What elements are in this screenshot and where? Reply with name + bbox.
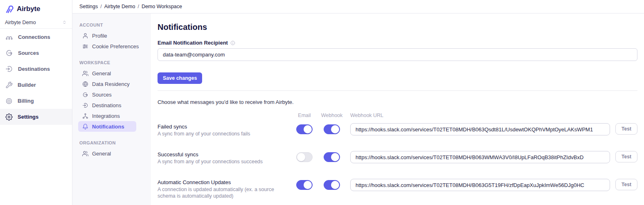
test-webhook-button[interactable]: Test <box>615 151 637 162</box>
share-nodes-icon <box>82 113 88 119</box>
breadcrumb-separator: / <box>137 4 139 9</box>
row-title: Successful syncs <box>158 151 291 158</box>
topbar: Settings / Airbyte Demo / Demo Workspace <box>72 0 644 14</box>
test-webhook-button[interactable]: Test <box>615 123 637 135</box>
settings-nav-label: Destinations <box>92 102 122 108</box>
wrench-icon <box>5 81 13 89</box>
email-toggle[interactable] <box>296 124 313 134</box>
sidebar-item-settings[interactable]: Settings <box>0 109 72 125</box>
settings-nav-item-sources[interactable]: Sources <box>78 89 136 100</box>
users-icon <box>82 151 88 157</box>
gear-icon <box>5 113 13 121</box>
source-icon <box>5 49 13 57</box>
row-description: A sync from any of your connections fail… <box>158 131 291 137</box>
webhook-url-input[interactable] <box>350 151 610 163</box>
settings-section-account: ACCOUNT <box>79 23 151 27</box>
settings-nav-item-data-residency[interactable]: Data Residency <box>78 79 136 89</box>
webhook-url-column-header: Webhook URL <box>346 113 615 118</box>
webhook-toggle[interactable] <box>324 152 340 162</box>
settings-nav-item-integrations[interactable]: Integrations <box>78 110 136 121</box>
settings-nav-item-destinations[interactable]: Destinations <box>78 100 136 110</box>
test-webhook-button[interactable]: Test <box>615 179 637 190</box>
settings-nav-label: Notifications <box>92 124 124 130</box>
billing-icon <box>5 97 13 105</box>
notifications-panel: Notifications Email Notification Recipie… <box>151 14 644 205</box>
sidebar-item-label: Connections <box>18 34 50 40</box>
email-recipient-label: Email Notification Recipient <box>158 40 228 46</box>
webhook-column-header: Webhook <box>318 113 346 118</box>
sidebar-item-billing[interactable]: Billing <box>0 93 72 109</box>
email-recipient-input[interactable] <box>158 48 637 61</box>
settings-nav-item-org-general[interactable]: General <box>78 148 136 159</box>
page-title: Notifications <box>158 23 637 32</box>
workspace-selector-label: Airbyte Demo <box>5 20 36 25</box>
sidebar-item-label: Sources <box>18 50 39 56</box>
connections-icon <box>5 33 13 41</box>
row-title: Automatic Connection Updates <box>158 179 291 186</box>
notification-row-automatic-connection-updates: Automatic Connection Updates A connectio… <box>158 179 637 199</box>
brand-logo[interactable]: Airbyte <box>0 0 72 16</box>
settings-nav-item-profile[interactable]: Profile <box>78 30 136 41</box>
brand-name: Airbyte <box>17 5 40 13</box>
main-nav: Connections Sources Destinations Builder… <box>0 29 72 125</box>
sidebar-item-connections[interactable]: Connections <box>0 29 72 45</box>
breadcrumb-settings[interactable]: Settings <box>79 4 98 9</box>
settings-nav-label: Integrations <box>92 113 120 119</box>
main-sidebar: Airbyte Airbyte Demo Connections Sources… <box>0 0 72 205</box>
destination-icon <box>82 102 88 108</box>
settings-nav-label: Data Residency <box>92 81 130 87</box>
settings-nav-label: Profile <box>92 33 107 39</box>
save-changes-button[interactable]: Save changes <box>158 72 202 84</box>
row-description: A connection is updated automatically (e… <box>158 186 291 199</box>
webhook-url-input[interactable] <box>350 179 610 191</box>
workspace-selector[interactable]: Airbyte Demo <box>0 16 72 29</box>
sidebar-item-label: Billing <box>18 98 34 104</box>
settings-nav-item-cookie-preferences[interactable]: Cookie Preferences <box>78 41 136 52</box>
notification-row-successful-syncs: Successful syncs A sync from any of your… <box>158 151 637 165</box>
sidebar-item-builder[interactable]: Builder <box>0 77 72 93</box>
webhook-toggle[interactable] <box>324 124 340 134</box>
bell-icon <box>82 124 88 130</box>
email-column-header: Email <box>291 113 318 118</box>
email-toggle[interactable] <box>296 152 313 162</box>
webhook-url-input[interactable] <box>350 123 610 135</box>
settings-nav-item-general[interactable]: General <box>78 68 136 79</box>
sidebar-item-destinations[interactable]: Destinations <box>0 61 72 77</box>
settings-nav: ACCOUNT Profile Cookie Preferences WORKS… <box>72 14 151 205</box>
settings-section-organization: ORGANIZATION <box>79 140 151 145</box>
settings-nav-label: Sources <box>92 92 112 98</box>
breadcrumb-demo-workspace[interactable]: Demo Workspace <box>142 4 182 9</box>
info-icon <box>230 41 235 45</box>
sidebar-item-sources[interactable]: Sources <box>0 45 72 61</box>
destination-icon <box>5 65 13 73</box>
source-icon <box>82 92 88 98</box>
users-icon <box>82 70 88 77</box>
user-icon <box>82 33 88 39</box>
app-window: Airbyte Airbyte Demo Connections Sources… <box>0 0 644 205</box>
row-title: Failed syncs <box>158 123 291 130</box>
settings-nav-item-notifications[interactable]: Notifications <box>78 121 136 132</box>
chevron-up-down-icon <box>62 20 67 25</box>
breadcrumb-separator: / <box>100 4 101 9</box>
breadcrumb-workspace[interactable]: Airbyte Demo <box>104 4 135 9</box>
settings-section-workspace: WORKSPACE <box>79 60 151 65</box>
notification-row-failed-syncs: Failed syncs A sync from any of your con… <box>158 123 637 137</box>
email-toggle[interactable] <box>296 180 313 190</box>
settings-nav-label: General <box>92 151 111 157</box>
sidebar-item-label: Settings <box>18 114 38 120</box>
row-description: A sync from any of your connections succ… <box>158 158 291 165</box>
sidebar-item-label: Destinations <box>18 66 50 72</box>
sidebar-item-label: Builder <box>18 82 36 88</box>
globe-icon <box>82 81 88 87</box>
section-divider <box>158 90 637 91</box>
airbyte-logo-icon <box>5 5 14 14</box>
settings-nav-label: General <box>92 70 111 77</box>
notifications-table-header: Email Webhook Webhook URL <box>158 113 637 118</box>
webhook-toggle[interactable] <box>324 180 340 190</box>
sliders-icon <box>82 43 88 50</box>
notifications-description: Choose what messages you'd like to recei… <box>158 99 637 105</box>
settings-nav-label: Cookie Preferences <box>92 43 139 50</box>
